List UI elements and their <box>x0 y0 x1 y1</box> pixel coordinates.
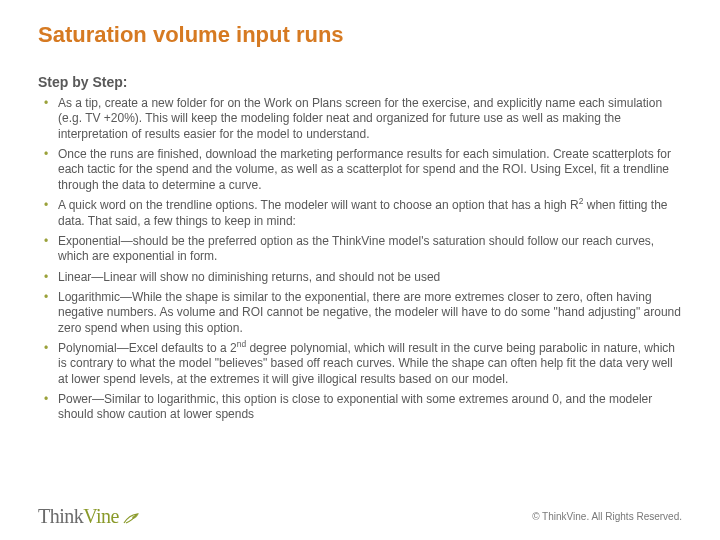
list-item: As a tip, create a new folder for on the… <box>56 96 682 142</box>
logo-think: Think <box>38 505 83 528</box>
list-item: Logarithmic—While the shape is similar t… <box>56 290 682 336</box>
copyright: © ThinkVine. All Rights Reserved. <box>532 511 682 522</box>
footer: ThinkVine © ThinkVine. All Rights Reserv… <box>0 492 720 540</box>
leaf-icon <box>123 511 141 529</box>
list-item: Polynomial—Excel defaults to a 2nd degre… <box>56 341 682 387</box>
logo-vine: Vine <box>83 505 119 528</box>
slide-title: Saturation volume input runs <box>38 22 682 48</box>
list-item: Linear—Linear will show no diminishing r… <box>56 270 682 285</box>
list-item: Power—Similar to logarithmic, this optio… <box>56 392 682 423</box>
list-item: Exponential—should be the preferred opti… <box>56 234 682 265</box>
list-item: A quick word on the trendline options. T… <box>56 198 682 229</box>
logo: ThinkVine <box>38 505 141 528</box>
slide: Saturation volume input runs Step by Ste… <box>0 0 720 540</box>
subhead: Step by Step: <box>38 74 682 90</box>
bullet-list: As a tip, create a new folder for on the… <box>38 96 682 423</box>
list-item: Once the runs are finished, download the… <box>56 147 682 193</box>
